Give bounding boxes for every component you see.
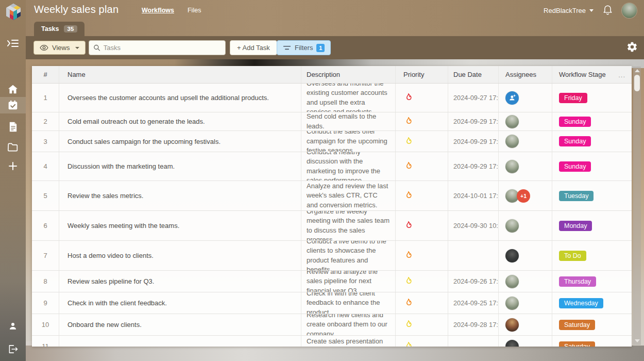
sidebar-add-button[interactable] <box>0 157 26 175</box>
task-due-date[interactable]: 2024-09-26 17:0... <box>448 271 499 292</box>
table-row[interactable]: 3Conduct sales campaign for the upcoming… <box>32 131 632 152</box>
assignee-avatar[interactable] <box>505 275 519 288</box>
table-row[interactable]: 4Discussion with the marketing team.Cond… <box>32 152 632 181</box>
task-due-date[interactable]: 2024-09-29 17:0... <box>448 152 499 180</box>
workflow-stage-badge[interactable]: Sunday <box>559 161 591 172</box>
priority-flame-icon[interactable] <box>403 93 413 103</box>
tab-tasks[interactable]: Tasks 35 <box>34 22 84 36</box>
sidebar-item-tasks-calendar[interactable] <box>0 97 26 113</box>
sidebar-item-home[interactable] <box>0 80 26 98</box>
nav-workflows[interactable]: Workflows <box>142 7 174 14</box>
task-description[interactable]: Conduct a healthy discussion with the ma… <box>301 152 396 180</box>
column-header-name[interactable]: Name <box>59 66 301 83</box>
column-header-description[interactable]: Description <box>301 66 396 83</box>
scrollbar-thumb[interactable] <box>634 75 640 91</box>
assignee-avatar[interactable] <box>505 249 519 262</box>
sidebar-item-documents[interactable] <box>0 118 26 136</box>
priority-flame-icon[interactable] <box>403 221 413 231</box>
task-due-date[interactable]: 2024-09-29 17:0... <box>448 112 499 130</box>
task-description[interactable]: Review and analyze the sales pipeline fo… <box>301 271 396 292</box>
nav-files[interactable]: Files <box>188 7 201 14</box>
task-description[interactable]: Conduct the sales offer campaign for the… <box>301 131 396 152</box>
task-description[interactable]: Create sales presentation to <box>301 336 396 347</box>
assignee-avatar[interactable] <box>505 115 519 128</box>
task-name[interactable]: Cold email outreach out to generate the … <box>59 112 301 130</box>
task-name[interactable] <box>59 336 301 347</box>
table-row[interactable]: 5Review the sales metrics.Analyze and re… <box>32 181 632 211</box>
priority-flame-icon[interactable] <box>403 251 413 260</box>
priority-flame-icon[interactable] <box>403 341 413 347</box>
user-avatar[interactable] <box>622 3 637 18</box>
task-name[interactable]: Onboard the new clients. <box>59 314 301 335</box>
column-header--[interactable]: # <box>32 66 59 83</box>
workflow-stage-badge[interactable]: Saturday <box>559 341 595 347</box>
task-due-date[interactable]: 2024-10-01 17:0... <box>448 181 499 210</box>
task-due-date[interactable]: 2024-09-25 17:0... <box>448 292 499 314</box>
task-description[interactable]: Check in with the client feedback to enh… <box>301 292 396 314</box>
settings-gear-icon[interactable] <box>626 41 638 55</box>
org-switcher[interactable]: RedBlackTree <box>544 7 594 14</box>
table-row[interactable]: 7Host a demo video to clients.Conduct a … <box>32 241 632 271</box>
task-name[interactable]: Discussion with the marketing team. <box>59 152 301 180</box>
task-name[interactable]: Oversees the customer accounts and upsel… <box>59 84 301 112</box>
task-due-date[interactable]: 2024-09-27 17:0... <box>448 84 499 112</box>
app-logo[interactable] <box>4 2 23 22</box>
scroll-down-arrow[interactable] <box>635 339 640 342</box>
assignee-avatar[interactable] <box>505 160 519 173</box>
task-due-date[interactable]: 2024-09-28 17:0... <box>448 314 499 335</box>
priority-flame-icon[interactable] <box>403 161 413 171</box>
table-row[interactable]: 10Onboard the new clients.Research new c… <box>32 314 632 336</box>
workflow-stage-badge[interactable]: Tuesday <box>559 191 594 201</box>
task-due-date[interactable] <box>448 241 499 270</box>
table-row[interactable]: 8Review sales pipeline for Q3.Review and… <box>32 271 632 292</box>
assignee-overflow-badge[interactable]: +1 <box>517 189 530 203</box>
sidebar-item-folder[interactable] <box>0 138 26 156</box>
search-input[interactable] <box>104 44 221 52</box>
task-description[interactable]: Oversees and monitor the existing custom… <box>301 84 396 112</box>
sidebar-item-profile[interactable] <box>0 317 26 335</box>
filters-button[interactable]: Filters 1 <box>277 40 331 55</box>
task-due-date[interactable]: 2024-09-30 10:3... <box>448 211 499 240</box>
table-row[interactable]: 1Oversees the customer accounts and upse… <box>32 84 632 112</box>
workflow-stage-badge[interactable]: Monday <box>559 221 592 231</box>
column-header-due-date[interactable]: Due Date <box>448 66 499 83</box>
table-row[interactable]: 9Check in with the client feedback.Check… <box>32 292 632 314</box>
task-name[interactable]: Check in with the client feedback. <box>59 292 301 314</box>
assignee-avatar[interactable] <box>505 340 519 347</box>
assignee-avatar[interactable] <box>505 318 519 332</box>
sidebar-logout-icon[interactable] <box>0 340 26 358</box>
add-task-button[interactable]: + Add Task <box>230 40 277 55</box>
task-name[interactable]: Review sales pipeline for Q3. <box>59 271 301 292</box>
column-header-priority[interactable]: Priority <box>396 66 448 83</box>
assignee-avatar[interactable] <box>505 297 519 310</box>
sidebar-toggle-icon[interactable] <box>0 35 26 52</box>
task-name[interactable]: Conduct sales campaign for the upcoming … <box>59 131 301 152</box>
column-options-icon[interactable]: ... <box>618 71 625 78</box>
priority-flame-icon[interactable] <box>403 191 413 201</box>
assignee-avatar[interactable] <box>505 91 519 105</box>
workflow-stage-badge[interactable]: Sunday <box>559 136 591 146</box>
notifications-bell-icon[interactable] <box>603 4 613 17</box>
workflow-stage-badge[interactable]: Sunday <box>559 117 591 127</box>
task-due-date[interactable] <box>448 336 499 347</box>
workflow-stage-badge[interactable]: To Do <box>559 251 586 261</box>
task-description[interactable]: Organize the weekly meeting with the sal… <box>301 211 396 240</box>
task-due-date[interactable]: 2024-09-29 17:0... <box>448 131 499 152</box>
task-description[interactable]: Send cold emails to the leads. <box>301 112 396 130</box>
table-row[interactable]: 6Weekly sales meeting with the teams.Org… <box>32 211 632 241</box>
views-button[interactable]: Views <box>33 41 86 55</box>
task-description[interactable]: Analyze and review the last week's sales… <box>301 181 396 210</box>
column-header-assignees[interactable]: Assignees <box>499 66 552 83</box>
workflow-stage-badge[interactable]: Thursday <box>559 276 596 287</box>
priority-flame-icon[interactable] <box>403 117 413 126</box>
task-description[interactable]: Conduct a live demo to the clients to sh… <box>301 241 396 270</box>
workflow-stage-badge[interactable]: Friday <box>559 93 587 103</box>
priority-flame-icon[interactable] <box>403 137 413 146</box>
workflow-stage-badge[interactable]: Wednesday <box>559 298 603 308</box>
priority-flame-icon[interactable] <box>403 320 413 330</box>
assignee-avatar[interactable] <box>505 135 519 148</box>
scroll-up-arrow[interactable] <box>635 69 640 72</box>
table-row[interactable]: 2Cold email outreach out to generate the… <box>32 112 632 131</box>
task-name[interactable]: Host a demo video to clients. <box>59 241 301 270</box>
column-header-workflow-stage[interactable]: Workflow Stage... <box>552 66 632 83</box>
